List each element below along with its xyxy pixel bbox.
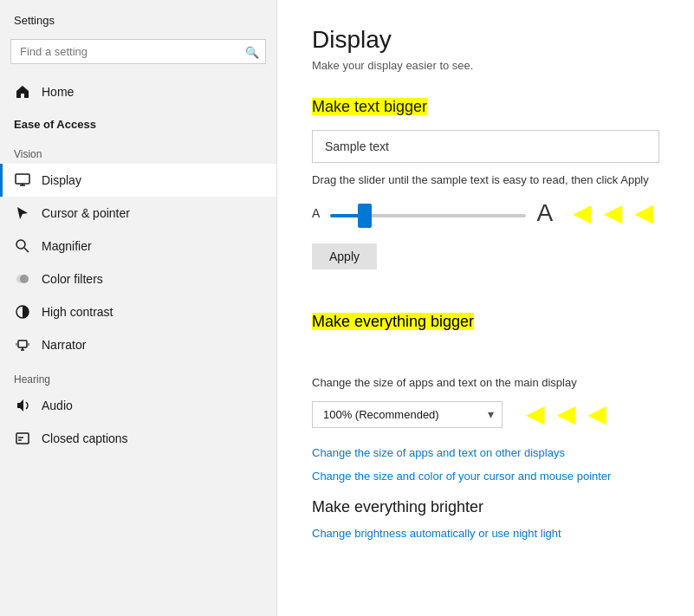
dropdown-row: 100% (Recommended) 125% 150% 175% ◄◄◄ <box>312 396 659 432</box>
page-title: Display <box>312 26 659 54</box>
cursor-icon <box>14 204 31 222</box>
app-title: Settings <box>0 0 276 34</box>
slider-description: Drag the slider until the sample text is… <box>312 173 659 186</box>
make-text-bigger-section: Make text bigger Sample text Drag the sl… <box>312 96 659 295</box>
magnifier-icon <box>14 237 31 255</box>
search-input[interactable] <box>10 39 266 64</box>
svg-rect-6 <box>18 340 27 347</box>
svg-rect-7 <box>16 433 29 444</box>
text-size-slider[interactable] <box>330 214 526 217</box>
slider-row: A A ◄◄◄ <box>312 195 659 231</box>
make-everything-bigger-heading-wrap: Make everything bigger <box>312 311 659 333</box>
search-container: 🔍 <box>10 39 266 64</box>
display-size-dropdown[interactable]: 100% (Recommended) 125% 150% 175% <box>312 401 503 428</box>
brightness-link[interactable]: Change brightness automatically or use n… <box>312 527 659 540</box>
sidebar-item-closed-captions-label: Closed captions <box>42 431 128 445</box>
high-contrast-icon <box>14 303 31 321</box>
dropdown-label: Change the size of apps and text on the … <box>312 376 659 389</box>
sidebar-item-narrator[interactable]: Narrator <box>0 328 276 361</box>
slider-small-a: A <box>312 206 320 220</box>
sidebar-item-display-label: Display <box>42 173 81 187</box>
audio-icon <box>14 397 31 414</box>
sidebar-item-cursor[interactable]: Cursor & pointer <box>0 197 276 230</box>
svg-point-1 <box>16 240 25 249</box>
color-filters-icon <box>14 270 31 288</box>
sidebar-item-cursor-label: Cursor & pointer <box>42 206 130 220</box>
sidebar-item-magnifier[interactable]: Magnifier <box>0 230 276 263</box>
sidebar-item-audio[interactable]: Audio <box>0 389 276 422</box>
svg-rect-0 <box>16 174 29 184</box>
dropdown-arrow-indicator-icon: ◄◄◄ <box>520 396 613 432</box>
make-everything-brighter-section: Make everything brighter Change brightne… <box>312 498 659 540</box>
sidebar-item-high-contrast[interactable]: High contrast <box>0 295 276 328</box>
hearing-section-label: Hearing <box>0 361 276 389</box>
svg-line-2 <box>24 248 29 252</box>
make-everything-brighter-heading: Make everything brighter <box>312 498 659 516</box>
sidebar-item-closed-captions[interactable]: Closed captions <box>0 422 276 455</box>
sample-text-box: Sample text <box>312 130 659 163</box>
make-text-bigger-heading: Make text bigger <box>312 98 427 115</box>
sidebar-item-audio-label: Audio <box>42 399 73 412</box>
ease-of-access-label: Ease of Access <box>0 109 276 136</box>
home-label: Home <box>42 85 74 99</box>
captions-icon <box>14 430 31 447</box>
change-size-other-displays-link[interactable]: Change the size of apps and text on othe… <box>312 446 659 459</box>
sidebar-item-home[interactable]: Home <box>0 75 276 109</box>
make-everything-bigger-section: Make everything bigger Change the size o… <box>312 311 659 483</box>
main-content: Display Make your display easier to see.… <box>277 0 694 616</box>
sidebar-item-color-filters-label: Color filters <box>42 272 103 286</box>
home-icon <box>14 83 31 101</box>
svg-point-4 <box>20 275 29 283</box>
apply-button[interactable]: Apply <box>312 243 377 269</box>
make-everything-bigger-heading: Make everything bigger <box>312 313 474 330</box>
sample-text: Sample text <box>325 139 389 153</box>
sidebar-item-narrator-label: Narrator <box>42 338 86 352</box>
narrator-icon <box>14 336 31 353</box>
sidebar: Settings 🔍 Home Ease of Access Vision Di… <box>0 0 277 616</box>
search-icon: 🔍 <box>245 45 259 58</box>
slider-large-a: A <box>536 201 553 225</box>
display-icon <box>14 172 31 189</box>
slider-container <box>330 205 526 221</box>
dropdown-wrapper: 100% (Recommended) 125% 150% 175% <box>312 401 503 428</box>
arrow-indicator-icon: ◄◄◄ <box>567 195 659 231</box>
sidebar-item-high-contrast-label: High contrast <box>42 305 113 319</box>
vision-section-label: Vision <box>0 136 276 164</box>
sidebar-item-magnifier-label: Magnifier <box>42 239 92 253</box>
sidebar-item-color-filters[interactable]: Color filters <box>0 263 276 295</box>
sidebar-item-display[interactable]: Display <box>0 164 276 197</box>
page-subtitle: Make your display easier to see. <box>312 59 659 72</box>
change-cursor-size-link[interactable]: Change the size and color of your cursor… <box>312 470 659 483</box>
make-text-bigger-heading-wrap: Make text bigger <box>312 96 659 118</box>
